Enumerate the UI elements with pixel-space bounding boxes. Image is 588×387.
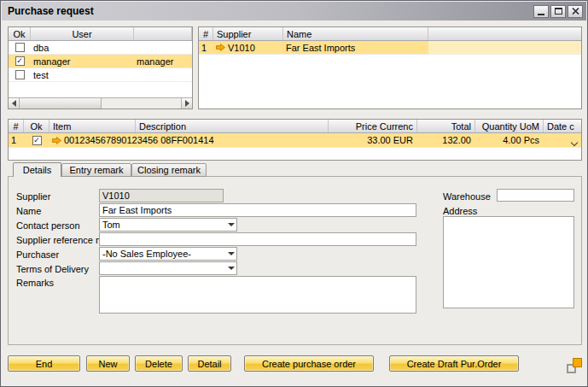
supplier-field[interactable] bbox=[99, 189, 224, 202]
purchase-request-window: Purchase request Ok User dba ✓ manager m… bbox=[0, 0, 588, 387]
supplier-row-code-cell: V1010 bbox=[213, 41, 283, 54]
dropdown-arrow-icon[interactable] bbox=[225, 219, 236, 231]
link-arrow-icon[interactable] bbox=[216, 44, 225, 51]
minimize-icon bbox=[538, 14, 544, 15]
user-dba-extra bbox=[134, 41, 192, 54]
create-purchase-order-button[interactable]: Create purchase order bbox=[244, 355, 374, 372]
users-col-extra bbox=[134, 27, 192, 40]
titlebar[interactable]: Purchase request bbox=[2, 2, 586, 21]
user-dba-name: dba bbox=[31, 41, 134, 54]
scrollbar-track[interactable] bbox=[102, 98, 181, 108]
item-ok-cell: ✓ bbox=[24, 133, 49, 147]
scroll-left-button[interactable] bbox=[9, 98, 20, 108]
item-checkbox[interactable]: ✓ bbox=[32, 136, 42, 145]
supplier-reference-input[interactable] bbox=[99, 232, 416, 246]
user-manager-ok-cell: ✓ bbox=[9, 55, 31, 67]
create-draft-purchase-order-button[interactable]: Create Draft Pur.Order bbox=[389, 355, 519, 372]
items-col-total[interactable]: Total bbox=[417, 120, 475, 132]
users-col-user[interactable]: User bbox=[31, 27, 134, 40]
supplier-row-extra bbox=[428, 41, 581, 54]
minimize-button[interactable] bbox=[533, 5, 549, 18]
user-test-name: test bbox=[31, 68, 134, 81]
items-col-description[interactable]: Description bbox=[136, 120, 329, 132]
supplier-name: Far East Imports bbox=[283, 41, 428, 54]
form-mode-icon[interactable] bbox=[567, 358, 582, 373]
close-icon bbox=[572, 8, 579, 15]
scrollbar-thumb[interactable] bbox=[20, 98, 102, 108]
user-dba-checkbox[interactable] bbox=[15, 43, 25, 52]
supplier-reference-label: Supplier reference nu bbox=[16, 233, 106, 246]
items-col-price[interactable]: Price Currenc bbox=[329, 120, 417, 132]
new-button[interactable]: New bbox=[86, 355, 130, 372]
maximize-button[interactable] bbox=[550, 5, 566, 18]
item-code-text[interactable]: 001234567890123456 08FF001414 bbox=[64, 135, 214, 145]
item-code-cell: 001234567890123456 08FF001414 bbox=[49, 133, 329, 147]
terms-of-delivery-dropdown[interactable] bbox=[99, 261, 237, 275]
triangle-down-icon bbox=[228, 223, 235, 226]
user-row-test[interactable]: test bbox=[9, 68, 192, 82]
items-col-ok[interactable]: Ok bbox=[24, 120, 49, 132]
tab-details[interactable]: Details bbox=[13, 162, 61, 177]
item-price: 33.00 EUR bbox=[329, 133, 417, 147]
remarks-textarea[interactable] bbox=[99, 276, 416, 314]
users-header-row: Ok User bbox=[9, 27, 192, 41]
dropdown-arrow-icon[interactable] bbox=[225, 262, 236, 274]
users-col-ok[interactable]: Ok bbox=[9, 27, 31, 40]
purchaser-dropdown[interactable]: -No Sales Employee- bbox=[99, 247, 237, 261]
user-dba-ok-cell bbox=[9, 41, 31, 54]
items-col-date[interactable]: Date c bbox=[544, 120, 581, 132]
suppliers-header-row: # Supplier Name bbox=[199, 27, 581, 41]
scroll-right-icon bbox=[185, 100, 189, 107]
item-link-arrow-icon[interactable] bbox=[52, 137, 61, 144]
scroll-right-button[interactable] bbox=[181, 98, 192, 108]
address-label: Address bbox=[443, 204, 477, 217]
supplier-row[interactable]: 1 V1010 Far East Imports bbox=[199, 41, 581, 55]
user-test-ok-cell bbox=[9, 68, 31, 81]
user-manager-extra: manager bbox=[134, 55, 192, 67]
user-row-manager[interactable]: ✓ manager manager bbox=[9, 55, 192, 68]
supplier-code[interactable]: V1010 bbox=[228, 43, 255, 53]
terms-of-delivery-label: Terms of Delivery bbox=[16, 262, 89, 275]
detail-button[interactable]: Detail bbox=[188, 355, 231, 372]
name-label: Name bbox=[16, 204, 41, 217]
suppliers-col-name[interactable]: Name bbox=[283, 27, 428, 40]
users-hscrollbar[interactable] bbox=[9, 97, 192, 108]
window-title: Purchase request bbox=[5, 5, 94, 17]
delete-button[interactable]: Delete bbox=[135, 355, 183, 372]
users-empty-area bbox=[9, 82, 192, 97]
user-test-checkbox[interactable] bbox=[15, 70, 25, 79]
user-manager-checkbox[interactable]: ✓ bbox=[15, 56, 25, 66]
items-col-num[interactable]: # bbox=[9, 120, 24, 132]
maximize-icon bbox=[555, 8, 562, 15]
items-col-item[interactable]: Item bbox=[49, 120, 136, 132]
user-row-dba[interactable]: dba bbox=[9, 41, 192, 55]
warehouse-label: Warehouse bbox=[443, 190, 491, 202]
users-panel: Ok User dba ✓ manager manager test bbox=[8, 26, 193, 109]
items-grid: # Ok Item Description Price Currenc Tota… bbox=[8, 119, 582, 161]
tab-entry-remark[interactable]: Entry remark bbox=[61, 163, 131, 177]
items-col-quantity[interactable]: Quantity UoM bbox=[475, 120, 544, 132]
suppliers-col-extra bbox=[428, 27, 581, 40]
item-quantity: 4.00 Pcs bbox=[475, 133, 544, 147]
grip-front-square bbox=[573, 358, 582, 367]
purchaser-value: -No Sales Employee- bbox=[100, 249, 225, 259]
name-field[interactable] bbox=[99, 203, 416, 217]
grid-scroll-down-button[interactable] bbox=[569, 138, 579, 149]
supplier-label: Supplier bbox=[16, 190, 50, 202]
suppliers-col-supplier[interactable]: Supplier bbox=[213, 27, 283, 40]
purchaser-label: Purchaser bbox=[16, 248, 59, 261]
tab-closing-remark[interactable]: Closing remark bbox=[131, 163, 207, 177]
scroll-left-icon bbox=[12, 100, 16, 107]
items-header-row: # Ok Item Description Price Currenc Tota… bbox=[9, 120, 581, 133]
contact-person-label: Contact person bbox=[16, 219, 80, 232]
suppliers-panel: # Supplier Name 1 V1010 Far East Imports bbox=[198, 26, 582, 109]
suppliers-col-num[interactable]: # bbox=[199, 27, 213, 40]
end-button[interactable]: End bbox=[8, 355, 80, 372]
address-textarea[interactable] bbox=[443, 216, 574, 308]
warehouse-field[interactable] bbox=[497, 189, 574, 202]
contact-person-dropdown[interactable]: Tom bbox=[99, 218, 237, 232]
close-button[interactable] bbox=[568, 5, 583, 18]
dropdown-arrow-icon[interactable] bbox=[225, 248, 236, 260]
item-row[interactable]: 1 ✓ 001234567890123456 08FF001414 33.00 … bbox=[9, 133, 581, 148]
user-test-extra bbox=[134, 68, 192, 81]
